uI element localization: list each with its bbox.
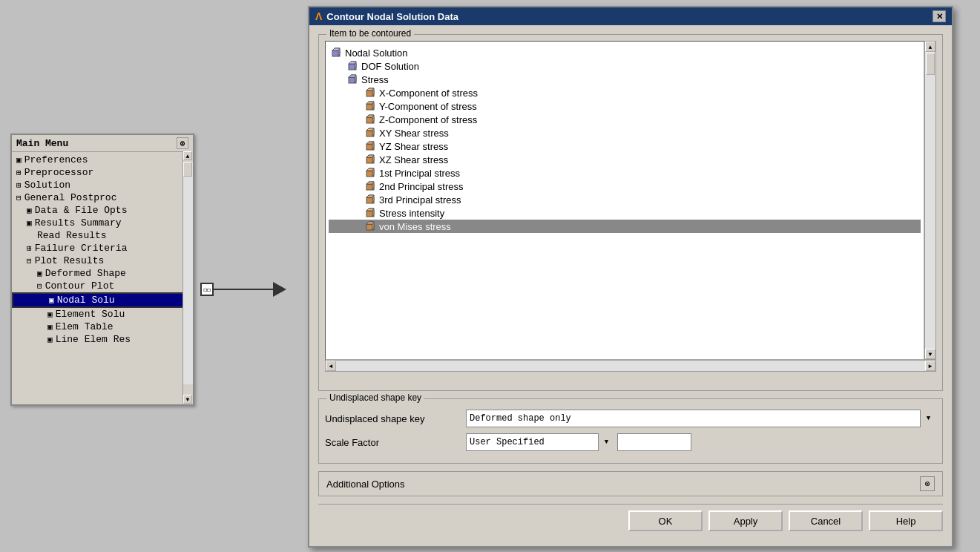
yz-shear-icon bbox=[364, 140, 376, 152]
tree-item-stress-intensity[interactable]: Stress intensity bbox=[329, 206, 921, 220]
tree-item-z-component[interactable]: Z-Component of stress bbox=[329, 113, 921, 126]
sidebar-item-preferences[interactable]: ▣ Preferences bbox=[12, 154, 193, 166]
xy-shear-icon bbox=[364, 127, 376, 139]
contour-nodal-dialog: Λ Contour Nodal Solution Data ✕ Item to … bbox=[308, 6, 953, 548]
arrow-head bbox=[273, 282, 286, 297]
sidebar-item-label: Deformed Shape bbox=[45, 268, 126, 279]
tree-item-label: Stress intensity bbox=[379, 208, 444, 219]
item-to-contour-label: Item to be contoured bbox=[326, 28, 414, 39]
dialog-titlebar: Λ Contour Nodal Solution Data ✕ bbox=[309, 7, 952, 25]
tree-item-label: Z-Component of stress bbox=[379, 114, 477, 125]
tree-item-von-mises[interactable]: von Mises stress bbox=[329, 220, 921, 233]
tree-item-1st-principal[interactable]: 1st Principal stress bbox=[329, 166, 921, 180]
sidebar-item-data-file-opts[interactable]: ▣ Data & File Opts bbox=[12, 204, 193, 217]
undisplaced-select-wrapper: Deformed shape only Undeformed shape Und… bbox=[466, 410, 936, 427]
cancel-button[interactable]: Cancel bbox=[789, 510, 863, 531]
scale-value-input[interactable]: 100000 bbox=[617, 433, 691, 451]
sidebar-item-nodal-solu[interactable]: ▣ Nodal Solu bbox=[12, 292, 193, 308]
scale-factor-row: Scale Factor User Specified Auto Calcula… bbox=[325, 433, 936, 451]
tree-item-y-component[interactable]: Y-Component of stress bbox=[329, 99, 921, 113]
sidebar-item-read-results[interactable]: Read Results bbox=[12, 229, 193, 242]
svg-marker-20 bbox=[366, 128, 374, 131]
preferences-expand-icon: ▣ bbox=[16, 155, 22, 165]
svg-marker-35 bbox=[366, 195, 374, 197]
tree-scroll-area[interactable]: Nodal Solution DOF Solution bbox=[325, 41, 924, 360]
main-menu-close-button[interactable]: ⊗ bbox=[177, 137, 188, 149]
additional-options-label: Additional Options bbox=[326, 479, 405, 490]
menu-scroll-up-btn[interactable]: ▲ bbox=[183, 151, 192, 160]
stress-icon bbox=[346, 73, 358, 85]
tree-scroll-up-btn[interactable]: ▲ bbox=[925, 42, 935, 52]
scale-row-controls: User Specified Auto Calculated ▼ 100000 bbox=[466, 433, 691, 451]
tree-item-yz-shear[interactable]: YZ Shear stress bbox=[329, 139, 921, 153]
tree-item-xy-shear[interactable]: XY Shear stress bbox=[329, 126, 921, 139]
tree-item-2nd-principal[interactable]: 2nd Principal stress bbox=[329, 180, 921, 193]
sidebar-item-plot-results[interactable]: ⊟ Plot Results bbox=[12, 254, 193, 267]
sidebar-item-preprocessor[interactable]: ⊞ Preprocessor bbox=[12, 166, 193, 179]
svg-marker-38 bbox=[366, 208, 374, 211]
tree-item-3rd-principal[interactable]: 3rd Principal stress bbox=[329, 193, 921, 206]
menu-scroll-thumb[interactable] bbox=[183, 162, 192, 177]
undisplaced-shape-key-row: Undisplaced shape key Deformed shape onl… bbox=[325, 410, 936, 427]
item-to-contour-group: Item to be contoured Nodal Solution bbox=[318, 34, 943, 391]
sidebar-item-label: Results Summary bbox=[35, 217, 122, 229]
stress-intensity-icon bbox=[364, 207, 376, 219]
tree-vscrollbar: ▲ ▼ bbox=[924, 41, 936, 360]
tree-item-label: 2nd Principal stress bbox=[379, 181, 463, 192]
main-menu-title: Main Menu bbox=[16, 138, 68, 149]
main-menu-panel: Main Menu ⊗ ▣ Preferences ⊞ Preprocessor… bbox=[10, 134, 194, 406]
dialog-close-button[interactable]: ✕ bbox=[933, 10, 946, 22]
sidebar-item-solution[interactable]: ⊞ Solution bbox=[12, 179, 193, 191]
undisplaced-shape-key-select[interactable]: Deformed shape only Undeformed shape Und… bbox=[466, 410, 936, 427]
sidebar-item-line-elem-res[interactable]: ▣ Line Elem Res bbox=[12, 333, 193, 346]
undisplaced-shape-key-group: Undisplaced shape key Undisplaced shape … bbox=[318, 398, 943, 464]
tree-item-label: X-Component of stress bbox=[379, 88, 478, 99]
sidebar-item-contour-plot[interactable]: ⊟ Contour Plot bbox=[12, 280, 193, 292]
svg-marker-32 bbox=[366, 182, 374, 184]
apply-button[interactable]: Apply bbox=[708, 510, 783, 531]
sidebar-item-results-summary[interactable]: ▣ Results Summary bbox=[12, 217, 193, 229]
ok-button[interactable]: OK bbox=[628, 510, 703, 531]
sidebar-item-element-solu[interactable]: ▣ Element Solu bbox=[12, 308, 193, 321]
svg-marker-29 bbox=[366, 168, 374, 171]
sidebar-item-label: Contour Plot bbox=[45, 280, 115, 292]
tree-scroll-thumb[interactable] bbox=[926, 53, 935, 75]
data-file-opts-icon: ▣ bbox=[27, 206, 32, 215]
sidebar-item-elem-table[interactable]: ▣ Elem Table bbox=[12, 321, 193, 333]
2nd-principal-icon bbox=[364, 180, 376, 192]
tree-item-stress[interactable]: Stress bbox=[329, 73, 921, 86]
additional-options-section[interactable]: Additional Options ⊗ bbox=[318, 471, 943, 496]
help-button[interactable]: Help bbox=[869, 510, 943, 531]
tree-item-xz-shear[interactable]: XZ Shear stress bbox=[329, 153, 921, 166]
sidebar-item-label: Preprocessor bbox=[24, 167, 94, 178]
scale-factor-label: Scale Factor bbox=[325, 437, 458, 448]
tree-item-x-component[interactable]: X-Component of stress bbox=[329, 86, 921, 99]
tree-item-dof-solution[interactable]: DOF Solution bbox=[329, 59, 921, 73]
tree-item-nodal-solution[interactable]: Nodal Solution bbox=[329, 46, 921, 59]
deformed-shape-icon: ▣ bbox=[37, 269, 42, 278]
undisplaced-shape-key-group-label: Undisplaced shape key bbox=[326, 392, 424, 403]
tree-item-label: Stress bbox=[361, 74, 389, 85]
general-postproc-expand-icon: ⊟ bbox=[16, 193, 22, 203]
tree-scroll-down-btn[interactable]: ▼ bbox=[925, 349, 935, 359]
sidebar-item-general-postproc[interactable]: ⊟ General Postproc bbox=[12, 191, 193, 204]
undisplaced-label: Undisplaced shape key bbox=[325, 413, 458, 424]
von-mises-icon bbox=[364, 220, 376, 232]
tree-item-label: Y-Component of stress bbox=[379, 101, 477, 112]
tree-hscroll-left-btn[interactable]: ◄ bbox=[326, 361, 336, 371]
scale-factor-select[interactable]: User Specified Auto Calculated bbox=[466, 433, 614, 451]
sidebar-item-label: Data & File Opts bbox=[35, 205, 128, 216]
menu-scroll-down-btn[interactable]: ▼ bbox=[183, 395, 192, 404]
sidebar-item-label: Plot Results bbox=[35, 255, 105, 266]
sidebar-item-failure-criteria[interactable]: ⊞ Failure Criteria bbox=[12, 242, 193, 254]
tree-item-label: XZ Shear stress bbox=[379, 154, 448, 165]
dof-solution-icon bbox=[346, 60, 358, 72]
tree-item-label: YZ Shear stress bbox=[379, 141, 448, 152]
tree-item-label: von Mises stress bbox=[379, 221, 451, 232]
sidebar-item-deformed-shape[interactable]: ▣ Deformed Shape bbox=[12, 267, 193, 280]
svg-marker-8 bbox=[349, 75, 356, 77]
sidebar-item-label: Nodal Solu bbox=[57, 295, 115, 306]
svg-marker-14 bbox=[366, 102, 374, 104]
additional-options-collapse-icon[interactable]: ⊗ bbox=[920, 476, 935, 491]
tree-hscroll-right-btn[interactable]: ► bbox=[925, 361, 935, 371]
